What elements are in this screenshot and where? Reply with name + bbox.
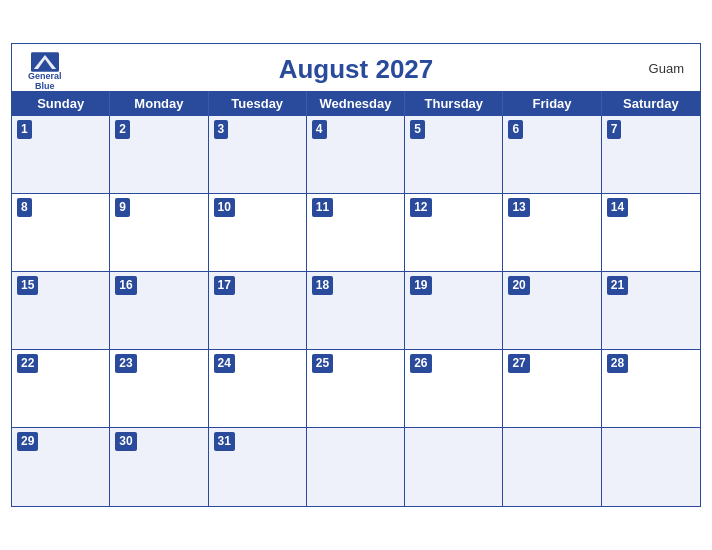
cell-day-9: 9: [110, 194, 208, 272]
date-number: 4: [312, 120, 327, 139]
cell-empty: [602, 428, 700, 506]
cell-day-19: 19: [405, 272, 503, 350]
date-number: 31: [214, 432, 235, 451]
cell-empty: [503, 428, 601, 506]
cell-day-4: 4: [307, 116, 405, 194]
cell-day-30: 30: [110, 428, 208, 506]
day-saturday: Saturday: [602, 91, 700, 116]
day-thursday: Thursday: [405, 91, 503, 116]
date-number: 6: [508, 120, 523, 139]
date-number: 30: [115, 432, 136, 451]
cell-day-20: 20: [503, 272, 601, 350]
cell-day-26: 26: [405, 350, 503, 428]
region-label: Guam: [649, 60, 684, 75]
cell-day-15: 15: [12, 272, 110, 350]
cell-day-10: 10: [209, 194, 307, 272]
cell-empty: [307, 428, 405, 506]
date-number: 2: [115, 120, 130, 139]
cell-day-28: 28: [602, 350, 700, 428]
cell-day-23: 23: [110, 350, 208, 428]
date-number: 15: [17, 276, 38, 295]
cell-day-31: 31: [209, 428, 307, 506]
date-number: 25: [312, 354, 333, 373]
date-number: 8: [17, 198, 32, 217]
day-wednesday: Wednesday: [307, 91, 405, 116]
cell-day-24: 24: [209, 350, 307, 428]
date-number: 23: [115, 354, 136, 373]
logo-blue-text: Blue: [35, 82, 55, 92]
calendar-grid: 1234567891011121314151617181920212223242…: [12, 116, 700, 506]
cell-day-17: 17: [209, 272, 307, 350]
cell-day-1: 1: [12, 116, 110, 194]
date-number: 19: [410, 276, 431, 295]
date-number: 14: [607, 198, 628, 217]
date-number: 28: [607, 354, 628, 373]
cell-day-12: 12: [405, 194, 503, 272]
date-number: 11: [312, 198, 333, 217]
day-tuesday: Tuesday: [209, 91, 307, 116]
day-monday: Monday: [110, 91, 208, 116]
date-number: 13: [508, 198, 529, 217]
date-number: 12: [410, 198, 431, 217]
date-number: 1: [17, 120, 32, 139]
date-number: 7: [607, 120, 622, 139]
calendar: General Blue August 2027 Guam Sunday Mon…: [11, 43, 701, 507]
day-friday: Friday: [503, 91, 601, 116]
date-number: 5: [410, 120, 425, 139]
calendar-header: General Blue August 2027 Guam: [12, 44, 700, 91]
date-number: 16: [115, 276, 136, 295]
date-number: 9: [115, 198, 130, 217]
cell-empty: [405, 428, 503, 506]
cell-day-11: 11: [307, 194, 405, 272]
cell-day-27: 27: [503, 350, 601, 428]
date-number: 10: [214, 198, 235, 217]
cell-day-13: 13: [503, 194, 601, 272]
cell-day-2: 2: [110, 116, 208, 194]
cell-day-6: 6: [503, 116, 601, 194]
cell-day-18: 18: [307, 272, 405, 350]
cell-day-25: 25: [307, 350, 405, 428]
date-number: 29: [17, 432, 38, 451]
day-sunday: Sunday: [12, 91, 110, 116]
calendar-title: August 2027: [279, 54, 434, 85]
cell-day-8: 8: [12, 194, 110, 272]
date-number: 24: [214, 354, 235, 373]
cell-day-16: 16: [110, 272, 208, 350]
cell-day-5: 5: [405, 116, 503, 194]
date-number: 22: [17, 354, 38, 373]
date-number: 18: [312, 276, 333, 295]
cell-day-21: 21: [602, 272, 700, 350]
cell-day-22: 22: [12, 350, 110, 428]
date-number: 3: [214, 120, 229, 139]
date-number: 27: [508, 354, 529, 373]
logo: General Blue: [28, 52, 62, 92]
date-number: 17: [214, 276, 235, 295]
logo-icon: [31, 52, 59, 72]
cell-day-7: 7: [602, 116, 700, 194]
date-number: 21: [607, 276, 628, 295]
day-headers: Sunday Monday Tuesday Wednesday Thursday…: [12, 91, 700, 116]
date-number: 26: [410, 354, 431, 373]
date-number: 20: [508, 276, 529, 295]
cell-day-3: 3: [209, 116, 307, 194]
cell-day-14: 14: [602, 194, 700, 272]
cell-day-29: 29: [12, 428, 110, 506]
